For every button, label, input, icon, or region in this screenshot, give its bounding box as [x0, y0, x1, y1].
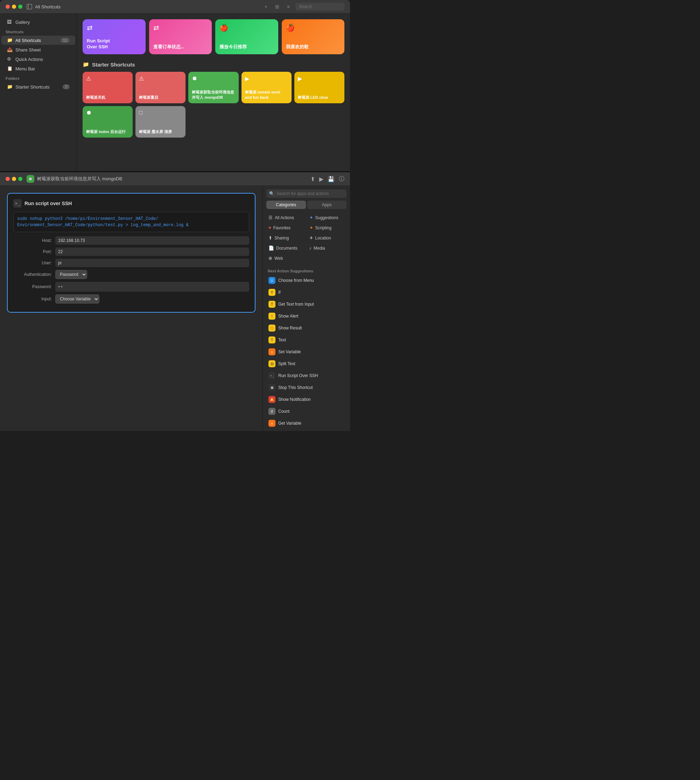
grid-view-button[interactable]: ⊞ — [273, 3, 282, 10]
choose-menu-icon: ☰ — [268, 277, 275, 284]
shortcut-card-check-order[interactable]: ⇄ 查看订单状态... — [149, 19, 212, 54]
sidebar-item-all-shortcuts[interactable]: 📁 All Shortcuts 11 — [2, 36, 75, 45]
main-content: ⇄ Run ScriptOver SSH ⇄ 查看订单状态... 🍎 播放今日推… — [77, 13, 350, 171]
sidebar-item-share-sheet[interactable]: 📤 Share Sheet — [2, 45, 75, 54]
show-alert-icon: ! — [268, 313, 275, 320]
action-get-variable[interactable]: x Get Variable — [267, 417, 347, 429]
save-button[interactable]: 💾 — [328, 176, 335, 182]
action-show-alert[interactable]: ! Show Alert — [267, 310, 347, 322]
ssh-card-title: Run script over SSH — [25, 201, 72, 206]
action-get-text-from-input[interactable]: T Get Text from Input — [267, 298, 347, 310]
shortcut-card-fav-song[interactable]: 🍎 我喜欢的歌 — [282, 19, 345, 54]
tab-apps[interactable]: Apps — [307, 201, 347, 209]
shortcut-card-run-ssh[interactable]: ⇄ Run ScriptOver SSH — [83, 19, 146, 54]
action-choose-from-menu[interactable]: ☰ Choose from Menu — [267, 275, 347, 287]
play-button[interactable]: ▶ — [319, 176, 323, 182]
shutdown-icon: ⚠ — [86, 75, 129, 82]
port-input[interactable] — [55, 248, 249, 256]
input-select[interactable]: Choose Variable — [55, 295, 99, 303]
input-row: Input: Choose Variable — [13, 295, 249, 303]
show-notification-icon: 🔔 — [268, 396, 275, 403]
minimize-button[interactable] — [12, 5, 16, 9]
host-row: Host: — [13, 236, 249, 245]
top-window: All Shortcuts + ⊞ ≡ 🖼 Gallery Shortcuts … — [0, 0, 350, 171]
cat-favorites[interactable]: ♥ Favorites — [267, 223, 306, 232]
input-label: Input: — [13, 297, 55, 302]
ssh-code-block[interactable]: sudo nohup python3 /home/pi/Environment_… — [13, 212, 249, 232]
shortcuts-section-label: Shortcuts — [0, 27, 77, 35]
tab-categories[interactable]: Categories — [267, 201, 306, 209]
all-shortcuts-count: 11 — [60, 38, 70, 43]
window-title-area: All Shortcuts — [27, 4, 60, 10]
bottom-minimize-button[interactable] — [12, 177, 16, 181]
starter-shortcuts-grid: ⚠ 树莓派关机 ⚠ 树莓派重启 ⏺ 树莓派获取当前环境信息并写入 mongoDB… — [83, 72, 344, 138]
password-dots: •• — [58, 283, 63, 290]
action-count[interactable]: # Count — [267, 405, 347, 417]
starter-card-screen[interactable]: □ 树莓派 墨水屏 清屏 — [135, 106, 185, 138]
share-button[interactable]: ⬆ — [310, 176, 315, 182]
text-icon: T — [268, 337, 275, 343]
action-run-script-over-ssh[interactable]: >_ Run Script Over SSH — [267, 370, 347, 382]
run-script-ssh-label: Run Script Over SSH — [278, 373, 318, 378]
bottom-title-area: ⏺ 树莓派获取当前环境信息并写入 mongoDB — [27, 175, 306, 183]
panel-search-input[interactable] — [277, 191, 344, 196]
all-shortcuts-icon: 📁 — [7, 37, 13, 43]
host-input[interactable] — [55, 236, 249, 245]
add-shortcut-button[interactable]: + — [262, 3, 270, 10]
bottom-close-button[interactable] — [6, 177, 10, 181]
user-input[interactable] — [55, 259, 249, 267]
port-row: Port: — [13, 248, 249, 256]
media-icon: ♪ — [309, 245, 312, 251]
shortcut-card-play-today[interactable]: 🍎 播放今日推荐 — [215, 19, 278, 54]
led-icon: ▶ — [298, 75, 341, 82]
action-show-result[interactable]: □ Show Result — [267, 322, 347, 334]
starter-card-env[interactable]: ⏺ 树莓派获取当前环境信息并写入 mongoDB — [188, 72, 238, 103]
get-text-icon: T — [268, 301, 275, 308]
sidebar-item-gallery[interactable]: 🖼 Gallery — [2, 18, 75, 27]
panel-search-icon: 🔍 — [269, 191, 274, 196]
cat-scripting[interactable]: ✦ Scripting — [307, 223, 347, 232]
cat-all-actions[interactable]: ☰ All Actions — [267, 213, 306, 222]
cat-sharing[interactable]: ⬆ Sharing — [267, 233, 306, 242]
starter-card-led[interactable]: ▶ 树莓派 LED clear — [294, 72, 344, 103]
starter-card-reboot[interactable]: ⚠ 树莓派重启 — [135, 72, 185, 103]
action-text[interactable]: T Text — [267, 334, 347, 346]
fav-song-title: 我喜欢的歌 — [286, 44, 340, 50]
auth-select[interactable]: Password SSH Key — [55, 270, 87, 279]
bottom-toolbar-right: ⬆ ▶ 💾 ⓘ — [310, 175, 344, 183]
password-field[interactable]: •• — [55, 282, 249, 292]
list-view-button[interactable]: ≡ — [285, 3, 292, 10]
close-button[interactable] — [6, 5, 10, 9]
starter-card-shutdown[interactable]: ⚠ 树莓派关机 — [83, 72, 133, 103]
cat-suggestions[interactable]: ✦ Suggestions — [307, 213, 347, 222]
favorites-label: Favorites — [273, 225, 290, 230]
cat-media[interactable]: ♪ Media — [307, 244, 347, 252]
action-show-notification[interactable]: 🔔 Show Notification — [267, 393, 347, 405]
set-variable-icon: x — [268, 348, 275, 355]
all-shortcuts-label: All Shortcuts — [15, 38, 41, 43]
action-if[interactable]: Y If — [267, 287, 347, 298]
stop-shortcut-label: Stop This Shortcut — [278, 385, 313, 390]
action-set-variable[interactable]: x Set Variable — [267, 346, 347, 358]
bottom-maximize-button[interactable] — [18, 177, 22, 181]
search-input[interactable] — [295, 3, 344, 10]
sidebar-item-starter-shortcuts[interactable]: 📁 Starter Shortcuts 7 — [2, 82, 75, 92]
cat-documents[interactable]: 📄 Documents — [267, 244, 306, 252]
action-stop-this-shortcut[interactable]: ⏹ Stop This Shortcut — [267, 382, 347, 393]
sidebar-item-quick-actions[interactable]: ⚙ Quick Actions — [2, 55, 75, 64]
info-button[interactable]: ⓘ — [339, 175, 344, 183]
cat-location[interactable]: ✈ Location — [307, 233, 347, 242]
starter-card-todos[interactable]: ⏺ 树莓派 todos 后台运行 — [83, 106, 133, 138]
cat-web[interactable]: ⊕ Web — [267, 254, 306, 263]
run-ssh-title: Run ScriptOver SSH — [87, 38, 142, 50]
starter-card-tomato[interactable]: ▶ 树莓派 tomato work and fun back — [242, 72, 292, 103]
gallery-label: Gallery — [15, 20, 30, 25]
sidebar-item-menu-bar[interactable]: 📋 Menu Bar — [2, 64, 75, 73]
maximize-button[interactable] — [18, 5, 22, 9]
top-titlebar: All Shortcuts + ⊞ ≡ — [0, 0, 350, 13]
location-icon: ✈ — [309, 235, 313, 240]
action-split-text[interactable]: ⊟ Split Text — [267, 358, 347, 370]
bottom-content: >_ Run script over SSH sudo nohup python… — [0, 186, 350, 431]
share-sheet-icon: 📤 — [7, 47, 13, 53]
if-label: If — [278, 290, 281, 295]
